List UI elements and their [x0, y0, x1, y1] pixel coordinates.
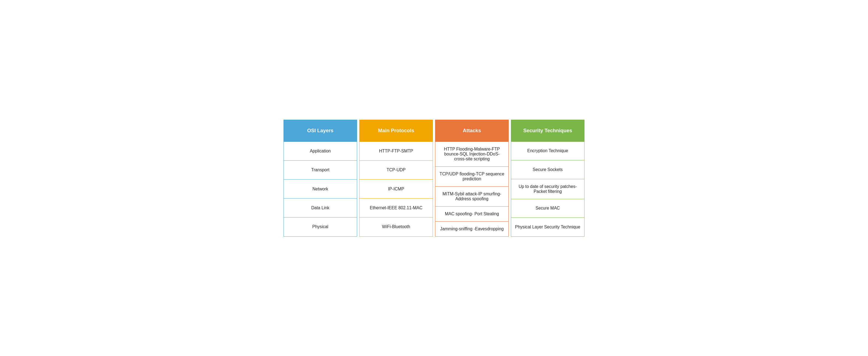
column-attacks: AttacksHTTP Flooding-Malware-FTP bounce-… — [435, 120, 509, 237]
osi-table: OSI LayersApplicationTransportNetworkDat… — [283, 120, 585, 237]
cell-attacks-3: MAC spoofing- Port Stealing — [435, 207, 509, 222]
body-osi: ApplicationTransportNetworkData LinkPhys… — [283, 142, 357, 237]
cell-security-0: Encryption Technique — [511, 142, 585, 161]
column-osi: OSI LayersApplicationTransportNetworkDat… — [283, 120, 357, 237]
body-protocols: HTTP-FTP-SMTPTCP-UDPIP-ICMPEthernet-IEEE… — [359, 142, 433, 237]
cell-security-4: Physical Layer Security Technique — [511, 218, 585, 237]
cell-security-2: Up to date of security patches- Packet f… — [511, 179, 585, 199]
cell-protocols-4: WiFi-Bluetooth — [359, 217, 433, 236]
cell-osi-4: Physical — [283, 217, 357, 236]
body-attacks: HTTP Flooding-Malware-FTP bounce-SQL Inj… — [435, 142, 509, 237]
cell-osi-0: Application — [283, 142, 357, 161]
cell-protocols-2: IP-ICMP — [359, 179, 433, 198]
cell-attacks-2: MITM-Sybil attack-IP smurfing- Address s… — [435, 187, 509, 207]
body-security: Encryption TechniqueSecure SocketsUp to … — [511, 142, 585, 237]
cell-osi-2: Network — [283, 179, 357, 198]
header-attacks: Attacks — [435, 120, 509, 142]
cell-attacks-4: Jamming-sniffing -Eavesdropping — [435, 222, 509, 237]
cell-attacks-0: HTTP Flooding-Malware-FTP bounce-SQL Inj… — [435, 142, 509, 167]
column-protocols: Main ProtocolsHTTP-FTP-SMTPTCP-UDPIP-ICM… — [359, 120, 433, 237]
header-protocols: Main Protocols — [359, 120, 433, 142]
column-security: Security TechniquesEncryption TechniqueS… — [511, 120, 585, 237]
cell-attacks-1: TCP/UDP flooding-TCP sequence prediction — [435, 167, 509, 187]
cell-osi-3: Data Link — [283, 199, 357, 217]
cell-security-3: Secure MAC — [511, 199, 585, 218]
cell-protocols-3: Ethernet-IEEE 802.11-MAC — [359, 199, 433, 217]
cell-osi-1: Transport — [283, 161, 357, 179]
cell-protocols-1: TCP-UDP — [359, 161, 433, 179]
header-osi: OSI Layers — [283, 120, 357, 142]
header-security: Security Techniques — [511, 120, 585, 142]
cell-security-1: Secure Sockets — [511, 161, 585, 179]
cell-protocols-0: HTTP-FTP-SMTP — [359, 142, 433, 161]
